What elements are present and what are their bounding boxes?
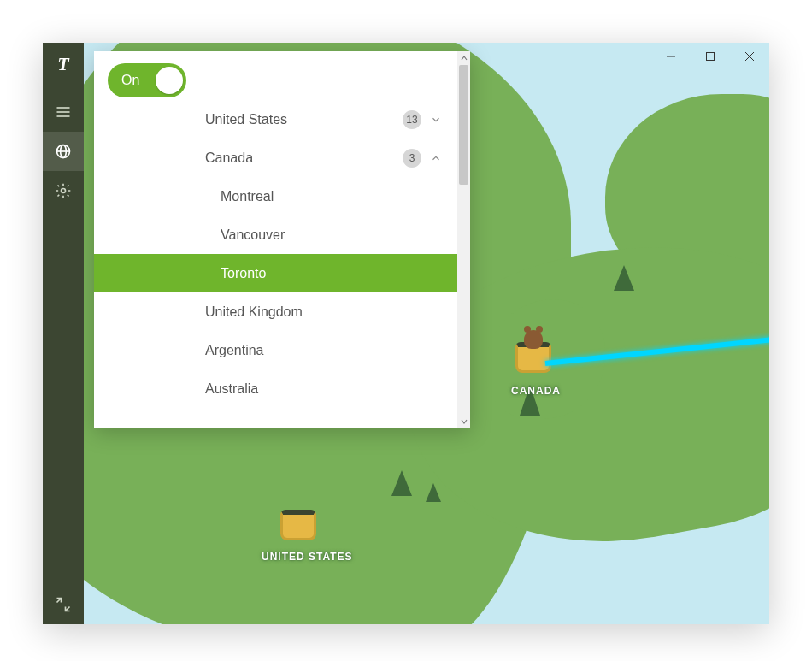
- maximize-button[interactable]: [691, 43, 730, 70]
- scrollbar-thumb[interactable]: [459, 65, 468, 185]
- location-row-toronto[interactable]: Toronto: [94, 254, 457, 292]
- vpn-toggle-label: On: [121, 73, 139, 88]
- collapse-icon: [55, 596, 72, 613]
- close-button[interactable]: [730, 43, 769, 70]
- maximize-icon: [705, 51, 715, 62]
- location-label: United States: [205, 112, 403, 127]
- location-label: Australia: [205, 381, 442, 397]
- location-label: Montreal: [221, 189, 442, 204]
- close-icon: [744, 51, 755, 62]
- toggle-row: On: [94, 51, 457, 104]
- svg-point-10: [62, 189, 66, 193]
- toggle-knob: [156, 67, 183, 94]
- location-row-australia[interactable]: Australia: [94, 369, 457, 408]
- bear-icon: [524, 330, 543, 349]
- minimize-icon: [666, 51, 676, 62]
- tunnel-marker-canada[interactable]: [515, 342, 551, 373]
- sidebar: T: [43, 43, 84, 624]
- window-controls: [651, 43, 769, 70]
- location-label: Argentina: [205, 343, 442, 358]
- location-row-vancouver[interactable]: Vancouver: [94, 215, 457, 254]
- scroll-down-icon[interactable]: [457, 415, 470, 428]
- scroll-up-icon[interactable]: [457, 51, 470, 64]
- location-label: Canada: [205, 150, 403, 166]
- gear-icon: [55, 182, 72, 199]
- chevron-down-icon: [430, 114, 442, 126]
- app-logo: T: [57, 53, 68, 75]
- tree-icon: [614, 265, 634, 291]
- tunnel-marker-us[interactable]: [280, 510, 316, 540]
- tree-icon: [391, 470, 412, 496]
- tree-icon: [426, 483, 441, 502]
- svg-rect-1: [707, 53, 715, 61]
- location-label: United Kingdom: [205, 304, 442, 320]
- location-row-argentina[interactable]: Argentina: [94, 331, 457, 369]
- sidebar-item-menu[interactable]: [43, 92, 84, 132]
- location-row-canada[interactable]: Canada 3: [94, 139, 457, 177]
- location-label: Vancouver: [221, 227, 442, 243]
- app-window: T CANADA UNITED STATES: [43, 43, 769, 624]
- sidebar-item-locations[interactable]: [43, 132, 84, 171]
- location-label: Toronto: [221, 266, 442, 281]
- vpn-toggle[interactable]: On: [108, 63, 186, 97]
- location-row-uk[interactable]: United Kingdom: [94, 292, 457, 331]
- location-panel: On Fastest United States 13 Canada 3: [94, 51, 470, 428]
- sidebar-item-collapse[interactable]: [43, 585, 84, 624]
- map-label-us: UNITED STATES: [262, 551, 353, 563]
- globe-icon: [55, 143, 72, 160]
- server-count-badge: 13: [403, 110, 421, 129]
- map-label-canada: CANADA: [511, 385, 561, 397]
- chevron-up-icon: [430, 152, 442, 164]
- menu-icon: [55, 103, 72, 121]
- location-row-us[interactable]: United States 13: [94, 104, 457, 139]
- location-scrollbar[interactable]: [457, 51, 470, 428]
- sidebar-item-settings[interactable]: [43, 171, 84, 210]
- minimize-button[interactable]: [651, 43, 691, 70]
- location-list: Fastest United States 13 Canada 3 Montre…: [94, 104, 457, 428]
- location-row-montreal[interactable]: Montreal: [94, 177, 457, 215]
- server-count-badge: 3: [403, 149, 421, 168]
